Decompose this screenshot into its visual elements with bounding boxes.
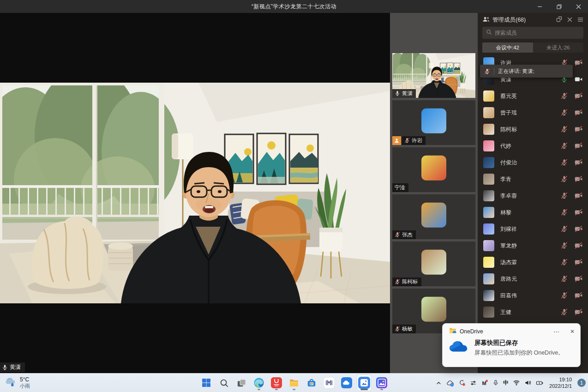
microphone-muted-icon[interactable] [561, 192, 568, 199]
camera-off-icon[interactable] [575, 92, 582, 99]
member-row[interactable]: 王健 [478, 304, 588, 320]
taskbar-app-task-view-icon[interactable] [234, 375, 248, 391]
titlebar[interactable]: “新视点”学术沙龙第二十七次活动 [0, 0, 588, 13]
tray-onedrive-sync-icon[interactable] [446, 379, 454, 387]
member-row[interactable]: 曾子瑶 [478, 104, 588, 121]
microphone-muted-icon[interactable] [561, 175, 568, 182]
taskbar-clock[interactable]: 19:10 2022/12/1 [549, 376, 572, 390]
tray-volume-icon[interactable] [524, 379, 532, 386]
taskbar-app-edge-icon[interactable] [252, 375, 266, 391]
member-row[interactable]: 林黎 [478, 204, 588, 221]
camera-off-icon[interactable] [575, 142, 582, 149]
member-name: 曾子瑶 [500, 109, 561, 117]
member-row[interactable]: 代婷 [478, 138, 588, 154]
system-tray: M中 19:10 2022/12/1 1 [435, 374, 586, 392]
taskbar-app-screenshot-tool-icon[interactable] [357, 375, 371, 391]
video-tile-avatar[interactable]: 许岩 [392, 100, 475, 145]
member-row[interactable]: 李卓蓉 [478, 187, 588, 204]
camera-off-icon[interactable] [575, 159, 582, 166]
participant-avatar [421, 250, 446, 275]
taskbar-app-file-explorer-icon[interactable] [287, 375, 301, 391]
member-name: 陈柯标 [500, 126, 561, 133]
microphone-muted-icon[interactable] [561, 275, 568, 282]
microphone-muted-icon[interactable] [561, 225, 568, 232]
minimize-button[interactable] [530, 0, 549, 13]
microphone-muted-icon[interactable] [561, 109, 568, 116]
taskbar-app-start-icon[interactable] [199, 375, 213, 391]
camera-off-icon[interactable] [575, 275, 582, 282]
search-input[interactable]: 搜索成员 [482, 27, 583, 39]
camera-off-icon[interactable] [575, 242, 582, 249]
participant-name: 陈柯标 [402, 278, 418, 285]
member-avatar [483, 140, 494, 151]
member-row[interactable]: 汤杰霖 [478, 254, 588, 271]
close-panel-icon[interactable] [567, 16, 572, 24]
taskbar-app-search-icon[interactable] [217, 375, 231, 391]
member-row[interactable]: 付俊治 [478, 154, 588, 171]
microphone-muted-icon[interactable] [561, 159, 568, 166]
taskbar-app-marktext-icon[interactable] [322, 375, 336, 391]
tray-sync-alert-icon[interactable] [458, 379, 466, 386]
tray-ime-chinese-icon[interactable]: 中 [503, 379, 509, 387]
camera-on-icon[interactable] [575, 76, 582, 83]
microphone-muted-icon [395, 279, 400, 284]
member-name: 覃龙静 [500, 242, 561, 250]
notification-more-button[interactable]: ⋯ [553, 328, 560, 335]
notification-close-button[interactable]: ✕ [570, 328, 575, 335]
microphone-muted-icon[interactable] [561, 209, 568, 216]
popout-panel-icon[interactable] [556, 16, 562, 24]
tray-wifi-icon[interactable] [513, 379, 520, 386]
taskbar-app-appgallery-icon[interactable] [270, 375, 283, 391]
camera-off-icon[interactable] [575, 308, 582, 315]
tab-in-meeting[interactable]: 会议中:42 [482, 42, 533, 53]
participant-avatar [421, 109, 446, 133]
camera-off-icon[interactable] [575, 259, 582, 265]
microphone-muted-icon[interactable] [561, 259, 568, 265]
member-name: 刘稼祥 [500, 225, 561, 233]
tray-hidden-icons-chevron-icon[interactable] [435, 380, 442, 386]
video-tile-avatar[interactable]: 张杰 [392, 194, 475, 239]
main-video-stage[interactable]: 黄潇 [0, 13, 390, 373]
microphone-muted-icon [404, 138, 410, 143]
member-row[interactable]: 蔡元英 [478, 88, 588, 104]
microphone-muted-icon[interactable] [561, 126, 568, 133]
member-avatar [483, 273, 494, 284]
video-tile-avatar[interactable]: 宁淦 [392, 147, 475, 192]
tray-microphone-in-use-icon[interactable] [492, 380, 499, 386]
member-row[interactable]: 覃龙静 [478, 237, 588, 254]
main-speaker-name: 黄潇 [10, 363, 21, 371]
taskbar-app-onedrive-icon[interactable] [340, 375, 354, 391]
clock-date: 2022/12/1 [549, 383, 572, 389]
microphone-muted-icon[interactable] [561, 142, 568, 149]
tray-net-switch-icon[interactable] [470, 380, 477, 386]
taskbar-app-microsoft-store-icon[interactable] [305, 375, 318, 391]
microphone-muted-icon[interactable] [561, 242, 568, 249]
close-button[interactable] [569, 0, 588, 13]
tray-marktext-alert-icon[interactable]: M [481, 379, 488, 386]
restore-button[interactable] [549, 0, 569, 13]
panel-menu-icon[interactable] [577, 16, 583, 24]
microphone-muted-icon[interactable] [561, 92, 568, 99]
microphone-muted-icon[interactable] [561, 292, 568, 299]
member-row[interactable]: 唐路元 [478, 271, 588, 287]
member-row[interactable]: 田嘉伟 [478, 287, 588, 304]
member-row[interactable]: 刘稼祥 [478, 221, 588, 237]
video-tile-avatar[interactable]: 陈柯标 [392, 241, 475, 286]
tab-not-joined[interactable]: 未进入:26 [533, 42, 584, 53]
microphone-muted-icon[interactable] [561, 308, 568, 315]
weather-widget[interactable]: 5°C 小雨 [5, 374, 30, 392]
camera-off-icon[interactable] [575, 175, 582, 182]
member-row[interactable]: 陈柯标 [478, 121, 588, 138]
camera-off-icon[interactable] [575, 126, 582, 133]
camera-off-icon[interactable] [575, 109, 582, 116]
camera-off-icon[interactable] [575, 225, 582, 232]
camera-off-icon[interactable] [575, 59, 582, 66]
tray-battery-charging-icon[interactable] [536, 380, 544, 386]
member-row[interactable]: 李青 [478, 171, 588, 187]
camera-off-icon[interactable] [575, 209, 582, 216]
camera-off-icon[interactable] [575, 292, 582, 299]
notification-count-badge[interactable]: 1 [577, 379, 586, 387]
taskbar-app-photos-icon[interactable] [375, 375, 389, 391]
camera-off-icon[interactable] [575, 192, 582, 199]
video-tile-video[interactable]: 黄潇 [392, 53, 475, 98]
